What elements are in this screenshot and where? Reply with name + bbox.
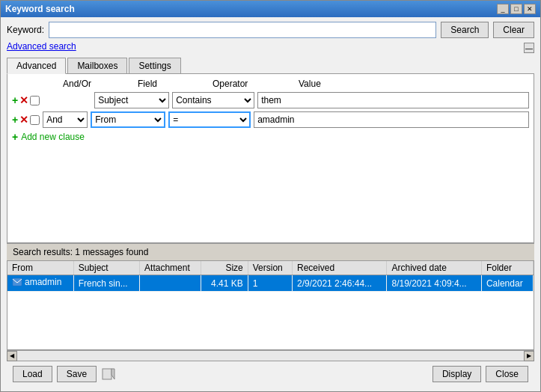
col-header-subject[interactable]: Subject <box>73 261 139 275</box>
cell-from: amadmin <box>7 275 73 292</box>
email-icon <box>12 277 22 287</box>
search-results-bar: Search results: 1 messages found <box>7 243 534 260</box>
clause-2-value-input[interactable] <box>254 111 529 128</box>
scroll-track[interactable] <box>28 352 513 360</box>
svg-marker-2 <box>111 369 114 379</box>
results-table: From Subject Attachment Size Version Rec… <box>7 261 534 292</box>
add-clause-label: Add new clause <box>21 132 85 142</box>
tab-bar: Advanced Mailboxes Settings <box>7 58 534 74</box>
results-table-container[interactable]: From Subject Attachment Size Version Rec… <box>7 260 534 350</box>
bookmark-svg <box>101 367 116 381</box>
clause-2-andor-select[interactable]: And Or <box>43 111 88 128</box>
tab-settings[interactable]: Settings <box>129 58 180 73</box>
results-table-header: From Subject Attachment Size Version Rec… <box>7 261 534 275</box>
header-andor: And/Or <box>63 79 138 89</box>
clause-2-add-icon[interactable]: + <box>12 114 18 126</box>
tab-content: And/Or Field Operator Value + ✕ <box>7 74 534 243</box>
scroll-left-button[interactable]: ◀ <box>7 351 17 361</box>
cell-size: 4.41 KB <box>201 275 248 292</box>
col-header-size[interactable]: Size <box>201 261 248 275</box>
cell-attachment <box>140 275 201 292</box>
keyword-label: Keyword: <box>7 25 44 35</box>
clause-1-icons: + ✕ <box>12 94 40 106</box>
advanced-search-link[interactable]: Advanced search <box>7 41 76 52</box>
clause-2-icons: + ✕ <box>12 114 40 126</box>
horizontal-scrollbar[interactable]: ◀ ▶ <box>7 350 534 361</box>
collapse-icon[interactable]: — <box>524 43 534 53</box>
cell-folder: Calendar <box>481 275 533 292</box>
save-button[interactable]: Save <box>57 366 97 382</box>
clause-2-remove-icon[interactable]: ✕ <box>19 114 28 126</box>
tab-mailboxes[interactable]: Mailboxes <box>67 58 127 73</box>
col-header-archived-date[interactable]: Archived date <box>387 261 481 275</box>
clear-button[interactable]: Clear <box>493 22 534 38</box>
clause-1-add-icon[interactable]: + <box>12 94 18 106</box>
advanced-panel: And/Or Field Operator Value + ✕ <box>7 74 534 242</box>
clause-1-value-input[interactable] <box>257 92 529 108</box>
svg-rect-1 <box>103 369 111 379</box>
search-results-status: Search results: 1 messages found <box>13 247 148 257</box>
title-bar: Keyword search _ □ ✕ <box>1 1 540 17</box>
header-field: Field <box>138 79 213 89</box>
main-content: Keyword: Search Clear Advanced search — … <box>1 17 540 391</box>
bookmark-icon[interactable] <box>101 367 116 381</box>
clause-row-1: + ✕ Subject From To Date Size <box>12 92 529 108</box>
header-operator: Operator <box>213 79 299 89</box>
search-button[interactable]: Search <box>441 22 489 38</box>
clause-1-andor-placeholder <box>43 95 91 105</box>
close-button[interactable]: Close <box>486 366 528 382</box>
col-header-folder[interactable]: Folder <box>481 261 533 275</box>
clause-2-field-select[interactable]: From Subject To Date Size <box>91 111 165 128</box>
window-title: Keyword search <box>5 4 75 14</box>
col-header-received[interactable]: Received <box>293 261 387 275</box>
col-header-from[interactable]: From <box>7 261 73 275</box>
clause-2-checkbox[interactable] <box>30 115 40 125</box>
clause-2-operator-select[interactable]: = Contains Does not contain <box>168 111 251 128</box>
keyword-input[interactable] <box>49 22 436 38</box>
keyword-row: Keyword: Search Clear <box>7 22 534 38</box>
cell-archived-date: 8/19/2021 4:09:4... <box>387 275 481 292</box>
clause-column-headers: And/Or Field Operator Value <box>12 79 529 89</box>
scroll-right-button[interactable]: ▶ <box>524 351 534 361</box>
svg-rect-0 <box>13 278 22 286</box>
display-button[interactable]: Display <box>433 366 481 382</box>
clause-1-checkbox[interactable] <box>30 96 40 105</box>
tab-advanced[interactable]: Advanced <box>7 58 66 74</box>
add-clause-plus-icon: + <box>12 131 18 143</box>
bottom-right-buttons: Display Close <box>433 366 528 382</box>
cell-received: 2/9/2021 2:46:44... <box>293 275 387 292</box>
clause-row-2: + ✕ And Or From Subject To Date <box>12 111 529 128</box>
header-value: Value <box>299 79 529 89</box>
col-header-version[interactable]: Version <box>248 261 292 275</box>
clause-1-remove-icon[interactable]: ✕ <box>19 94 28 106</box>
minimize-button[interactable]: _ <box>497 4 509 14</box>
close-window-button[interactable]: ✕ <box>524 4 536 14</box>
bottom-bar: Load Save Display Close <box>7 361 534 387</box>
maximize-button[interactable]: □ <box>510 4 522 14</box>
cell-from-value: amadmin <box>25 277 61 287</box>
clause-1-field-select[interactable]: Subject From To Date Size <box>94 92 169 108</box>
keyword-search-window: Keyword search _ □ ✕ Keyword: Search Cle… <box>0 0 541 392</box>
tab-area: Advanced Mailboxes Settings And/Or Field… <box>7 58 534 243</box>
bottom-left-buttons: Load Save <box>13 366 116 382</box>
add-clause-row[interactable]: + Add new clause <box>12 131 529 143</box>
col-header-attachment[interactable]: Attachment <box>140 261 201 275</box>
cell-subject: French sin... <box>73 275 139 292</box>
table-row[interactable]: amadmin French sin... 4.41 KB 1 2/9/2021… <box>7 275 534 292</box>
cell-version: 1 <box>248 275 292 292</box>
clause-1-operator-select[interactable]: Contains Does not contain = Begins with <box>172 92 254 108</box>
load-button[interactable]: Load <box>13 366 52 382</box>
title-bar-buttons: _ □ ✕ <box>497 4 536 14</box>
